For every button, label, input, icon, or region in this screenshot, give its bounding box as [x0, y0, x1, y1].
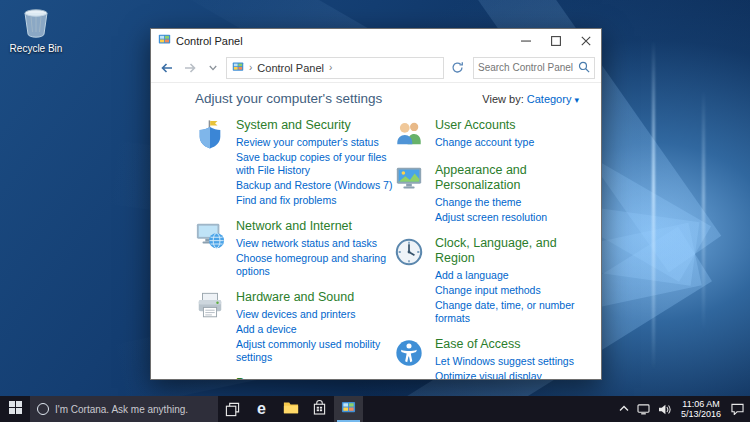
- recycle-bin-label: Recycle Bin: [8, 43, 64, 54]
- appearance-personalization-icon[interactable]: [394, 163, 428, 226]
- category-link[interactable]: Let Windows suggest settings: [435, 355, 574, 368]
- edge-browser-button[interactable]: e: [247, 396, 276, 422]
- category-link[interactable]: Change input methods: [435, 284, 593, 297]
- category-title[interactable]: Clock, Language, and Region: [435, 236, 593, 266]
- control-panel-content: Adjust your computer's settings View by:…: [151, 83, 601, 379]
- taskbar: e: [0, 396, 750, 422]
- wallpaper-logo-edge: [702, 90, 705, 330]
- wallpaper-logo-edge: [652, 40, 655, 370]
- category-link[interactable]: Change the theme: [435, 196, 593, 209]
- category-title[interactable]: Hardware and Sound: [236, 290, 394, 305]
- cortana-search-bar[interactable]: [30, 396, 218, 422]
- chevron-down-icon[interactable]: ▾: [574, 95, 579, 105]
- view-by-control: View by: Category ▾: [482, 93, 579, 105]
- category-link[interactable]: View devices and printers: [236, 308, 394, 321]
- breadcrumb-item-control-panel[interactable]: Control Panel: [257, 62, 324, 74]
- category-link[interactable]: Change date, time, or number formats: [435, 299, 593, 325]
- windows-logo-icon: [9, 400, 22, 418]
- view-by-label: View by:: [482, 93, 523, 105]
- view-by-dropdown[interactable]: Category: [527, 93, 572, 105]
- control-panel-taskbar-button[interactable]: [334, 396, 363, 422]
- category-user-accounts: User Accounts Change account type: [394, 118, 593, 153]
- category-network-and-internet: Network and Internet View network status…: [195, 219, 394, 280]
- category-link[interactable]: Adjust screen resolution: [435, 211, 593, 224]
- category-programs: Programs Uninstall a program: [195, 376, 394, 379]
- forward-button[interactable]: [180, 57, 200, 79]
- ease-of-access-icon[interactable]: [394, 337, 428, 379]
- network-icon[interactable]: [633, 396, 654, 422]
- category-title[interactable]: Appearance and Personalization: [435, 163, 593, 193]
- programs-icon[interactable]: [195, 376, 229, 379]
- clock-language-region-icon[interactable]: [394, 236, 428, 327]
- cortana-icon: [37, 403, 49, 415]
- category-link[interactable]: Save backup copies of your files with Fi…: [236, 151, 394, 177]
- file-explorer-button[interactable]: [276, 396, 305, 422]
- category-link[interactable]: Adjust commonly used mobility settings: [236, 338, 394, 364]
- category-title[interactable]: User Accounts: [435, 118, 534, 133]
- breadcrumb[interactable]: › Control Panel ›: [226, 57, 444, 79]
- hardware-sound-icon[interactable]: [195, 290, 229, 366]
- system-security-icon[interactable]: [195, 118, 229, 209]
- category-title[interactable]: Network and Internet: [236, 219, 394, 234]
- control-panel-icon: [232, 61, 244, 75]
- category-link[interactable]: Review your computer's status: [236, 136, 394, 149]
- category-appearance-personalization: Appearance and Personalization Change th…: [394, 163, 593, 226]
- category-link[interactable]: Find and fix problems: [236, 194, 394, 207]
- store-bag-icon: [313, 400, 326, 419]
- category-title[interactable]: System and Security: [236, 118, 394, 133]
- window-title: Control Panel: [176, 35, 511, 47]
- task-view-button[interactable]: [218, 396, 247, 422]
- volume-icon[interactable]: [654, 396, 675, 422]
- category-link[interactable]: Optimize visual display: [435, 370, 574, 379]
- recent-locations-dropdown[interactable]: [203, 57, 223, 79]
- category-title[interactable]: Ease of Access: [435, 337, 574, 352]
- recycle-bin-icon: [22, 24, 50, 41]
- category-link[interactable]: Add a language: [435, 269, 593, 282]
- category-link[interactable]: Change account type: [435, 136, 534, 149]
- category-title[interactable]: Programs: [236, 376, 327, 379]
- taskbar-clock[interactable]: 11:06 AM 5/13/2016: [675, 399, 727, 420]
- control-panel-icon: [158, 32, 171, 50]
- page-title: Adjust your computer's settings: [195, 91, 382, 106]
- category-system-and-security: System and Security Review your computer…: [195, 118, 394, 209]
- search-input[interactable]: [478, 62, 578, 73]
- category-clock-language-region: Clock, Language, and Region Add a langua…: [394, 236, 593, 327]
- edge-icon: e: [257, 401, 266, 417]
- folder-icon: [283, 400, 299, 418]
- category-link[interactable]: Backup and Restore (Windows 7): [236, 179, 394, 192]
- action-center-button[interactable]: [727, 396, 748, 422]
- titlebar[interactable]: Control Panel: [151, 29, 601, 53]
- category-link[interactable]: View network status and tasks: [236, 237, 394, 250]
- left-column: System and Security Review your computer…: [195, 118, 394, 379]
- network-internet-icon[interactable]: [195, 219, 229, 280]
- category-link[interactable]: Add a device: [236, 323, 394, 336]
- desktop: Recycle Bin Control Panel: [0, 0, 750, 422]
- chevron-right-icon: ›: [329, 62, 332, 73]
- category-ease-of-access: Ease of Access Let Windows suggest setti…: [394, 337, 593, 379]
- navigation-bar: › Control Panel ›: [151, 53, 601, 83]
- search-icon[interactable]: [578, 59, 590, 77]
- show-hidden-icons-button[interactable]: [615, 396, 633, 422]
- control-panel-window: Control Panel: [150, 28, 602, 380]
- cortana-search-input[interactable]: [55, 404, 211, 415]
- maximize-button[interactable]: [541, 29, 571, 53]
- clock-time: 11:06 AM: [681, 399, 721, 410]
- category-link[interactable]: Choose homegroup and sharing options: [236, 252, 394, 278]
- recycle-bin[interactable]: Recycle Bin: [8, 8, 64, 54]
- clock-date: 5/13/2016: [681, 409, 721, 420]
- minimize-button[interactable]: [511, 29, 541, 53]
- back-button[interactable]: [157, 57, 177, 79]
- close-button[interactable]: [571, 29, 601, 53]
- control-panel-icon: [341, 400, 356, 419]
- category-hardware-and-sound: Hardware and Sound View devices and prin…: [195, 290, 394, 366]
- chevron-right-icon: ›: [249, 62, 252, 73]
- start-button[interactable]: [0, 396, 30, 422]
- refresh-button[interactable]: [447, 57, 467, 79]
- system-tray: 11:06 AM 5/13/2016: [615, 396, 750, 422]
- store-button[interactable]: [305, 396, 334, 422]
- user-accounts-icon[interactable]: [394, 118, 428, 153]
- right-column: User Accounts Change account type: [394, 118, 593, 379]
- search-box[interactable]: [473, 57, 595, 79]
